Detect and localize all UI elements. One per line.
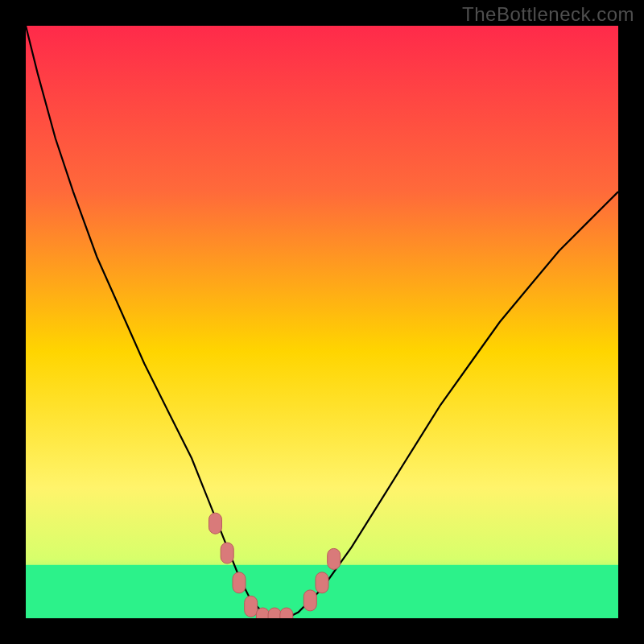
curve-marker: [256, 608, 269, 618]
curve-marker: [280, 608, 293, 618]
curve-marker: [316, 572, 328, 593]
chart-frame: TheBottleneck.com: [0, 0, 644, 644]
curve-marker: [328, 548, 341, 569]
curve-marker: [233, 572, 246, 593]
curve-marker: [268, 608, 281, 618]
chart-plot-area: [26, 26, 618, 618]
gradient-background: [26, 26, 618, 618]
curve-marker: [245, 596, 258, 617]
curve-marker: [221, 543, 233, 564]
curve-marker: [303, 590, 316, 611]
chart-svg: [26, 26, 618, 618]
curve-marker: [209, 513, 222, 534]
watermark-text: TheBottleneck.com: [462, 3, 634, 26]
